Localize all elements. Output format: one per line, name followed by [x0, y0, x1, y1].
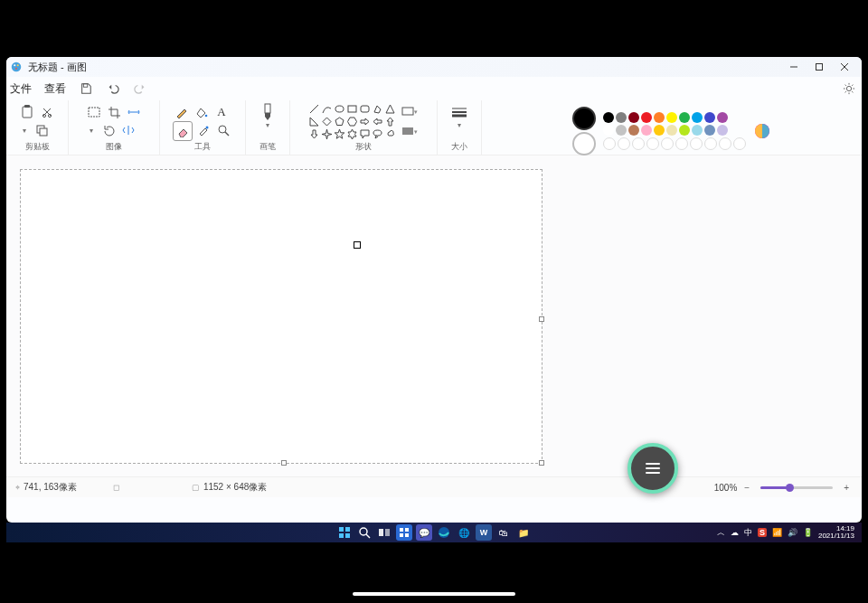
shape-arrow-left[interactable] [372, 116, 382, 127]
color-swatch[interactable] [603, 125, 614, 136]
paste-dropdown[interactable]: ▾ [18, 121, 31, 139]
color-swatch[interactable] [603, 112, 614, 123]
canvas-workspace[interactable] [6, 155, 862, 476]
color-swatch[interactable] [628, 125, 639, 136]
close-button[interactable] [838, 61, 851, 73]
color-swatch[interactable] [692, 112, 703, 123]
shape-hexagon[interactable] [346, 116, 357, 127]
color-swatch[interactable] [654, 112, 665, 123]
shape-oval[interactable] [334, 103, 344, 114]
color-1-swatch[interactable] [572, 107, 596, 130]
floating-menu-button[interactable] [627, 443, 678, 494]
custom-color-slot[interactable] [632, 137, 645, 150]
stroke-width-button[interactable] [448, 103, 470, 121]
color-swatch[interactable] [692, 125, 703, 136]
shape-4star[interactable] [321, 128, 332, 139]
color-swatch[interactable] [704, 112, 715, 123]
color-swatch[interactable] [666, 125, 677, 136]
shape-line[interactable] [308, 103, 319, 114]
shape-arrow-down[interactable] [308, 128, 319, 139]
shape-diamond[interactable] [321, 116, 332, 127]
shapes-gallery[interactable] [308, 103, 395, 139]
taskbar-edge-button[interactable] [436, 524, 452, 541]
resize-handle-corner[interactable] [539, 460, 544, 466]
zoom-in-button[interactable]: + [840, 483, 853, 493]
color-swatch[interactable] [616, 112, 627, 123]
resize-handle-bottom[interactable] [281, 460, 287, 466]
taskbar-taskview-button[interactable] [376, 524, 392, 541]
save-icon[interactable] [79, 81, 93, 96]
home-indicator[interactable] [353, 592, 515, 596]
shape-curve[interactable] [321, 103, 332, 114]
menu-view[interactable]: 查看 [44, 81, 66, 97]
custom-color-slot[interactable] [603, 137, 616, 150]
custom-color-slot[interactable] [675, 137, 688, 150]
taskbar-store-button[interactable]: 🛍 [495, 524, 512, 541]
redo-icon[interactable] [133, 81, 147, 96]
taskbar-search-button[interactable] [356, 524, 373, 541]
brushes-dropdown[interactable]: ▾ [266, 121, 269, 129]
shape-callout-rect[interactable] [359, 128, 370, 139]
color-swatch[interactable] [704, 125, 715, 136]
tray-chevron-icon[interactable]: ︿ [717, 527, 725, 539]
shape-rounded-rect[interactable] [359, 103, 370, 114]
tray-battery-icon[interactable]: 🔋 [803, 528, 813, 537]
tray-ime-icon[interactable]: 中 [744, 527, 752, 539]
shape-fill-button[interactable]: ▾ [401, 123, 419, 141]
cut-button[interactable] [38, 103, 56, 121]
zoom-slider[interactable] [760, 486, 833, 489]
taskbar-explorer-button[interactable]: 🌐 [456, 524, 472, 541]
shape-callout-oval[interactable] [372, 128, 382, 139]
rotate-button[interactable] [99, 121, 118, 139]
crop-button[interactable] [105, 103, 123, 121]
shape-triangle[interactable] [384, 103, 395, 114]
undo-icon[interactable] [106, 81, 120, 96]
edit-colors-button[interactable] [753, 122, 771, 140]
menu-file[interactable]: 文件 [10, 81, 32, 97]
tray-sogou-icon[interactable]: S [758, 528, 767, 537]
shape-callout-cloud[interactable] [384, 128, 395, 139]
maximize-button[interactable] [813, 61, 826, 73]
color-swatch[interactable] [616, 125, 627, 136]
custom-color-slot[interactable] [690, 137, 703, 150]
shape-right-triangle[interactable] [308, 116, 319, 127]
paste-button[interactable] [18, 103, 36, 121]
color-swatch[interactable] [717, 125, 728, 136]
shape-pentagon[interactable] [334, 116, 344, 127]
taskbar-folder-button[interactable]: 📁 [515, 524, 532, 541]
resize-button[interactable] [125, 103, 143, 121]
custom-color-slot[interactable] [661, 137, 674, 150]
select-dropdown[interactable]: ▾ [85, 121, 98, 139]
size-dropdown[interactable]: ▾ [458, 121, 461, 129]
color-swatch[interactable] [679, 112, 690, 123]
title-bar[interactable]: 无标题 - 画图 [6, 57, 862, 77]
taskbar-widgets-button[interactable] [396, 524, 412, 541]
custom-color-slot[interactable] [646, 137, 659, 150]
magnifier-tool[interactable] [214, 121, 232, 139]
shape-arrow-up[interactable] [384, 116, 395, 127]
select-rect-button[interactable] [85, 103, 103, 121]
custom-color-slot[interactable] [719, 137, 731, 150]
brushes-button[interactable] [257, 103, 278, 121]
resize-handle-right[interactable] [539, 316, 544, 322]
settings-icon[interactable] [842, 81, 856, 96]
color-swatch[interactable] [641, 125, 652, 136]
fill-tool[interactable] [193, 103, 211, 121]
shape-arrow-right[interactable] [359, 116, 370, 127]
color-swatch[interactable] [679, 125, 690, 136]
taskbar-word-button[interactable]: W [476, 524, 492, 541]
canvas[interactable] [20, 169, 542, 464]
color-swatch[interactable] [666, 112, 677, 123]
taskbar-chat-button[interactable]: 💬 [416, 524, 432, 541]
shape-polygon[interactable] [372, 103, 382, 114]
shape-outline-button[interactable]: ▾ [401, 103, 419, 121]
custom-color-slot[interactable] [704, 137, 717, 150]
color-2-swatch[interactable] [572, 132, 596, 155]
color-swatch[interactable] [654, 125, 665, 136]
eraser-tool[interactable] [173, 121, 193, 141]
minimize-button[interactable] [788, 61, 800, 73]
flip-button[interactable] [119, 121, 137, 139]
shape-rectangle[interactable] [346, 103, 357, 114]
pencil-tool[interactable] [173, 103, 191, 121]
tray-clock[interactable]: 14:19 2021/11/13 [818, 525, 854, 540]
